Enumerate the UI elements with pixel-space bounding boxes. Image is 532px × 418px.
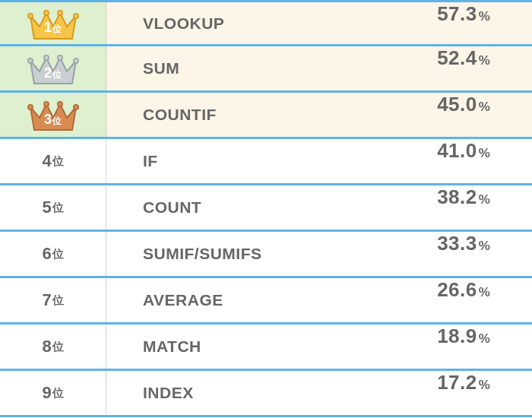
rank-suffix: 位 bbox=[52, 154, 64, 169]
rank-badge-label: 1 位 bbox=[44, 20, 62, 36]
rank-cell: 6 位 bbox=[0, 232, 106, 276]
svg-point-0 bbox=[27, 13, 32, 17]
svg-point-5 bbox=[43, 55, 48, 60]
percent-suffix: % bbox=[479, 239, 490, 254]
rank-suffix: 位 bbox=[52, 115, 62, 128]
percent-suffix: % bbox=[479, 285, 490, 300]
crown-icon: 2 位 bbox=[26, 50, 81, 87]
percent-value: 38.2 bbox=[437, 185, 477, 209]
rank-number: 6 bbox=[42, 244, 51, 264]
rank-suffix: 位 bbox=[52, 68, 62, 81]
rank-cell: 1 位 bbox=[0, 2, 106, 44]
function-name: SUM bbox=[106, 46, 403, 90]
svg-point-11 bbox=[73, 105, 78, 109]
rank-number: 9 bbox=[42, 383, 51, 403]
function-name: INDEX bbox=[106, 371, 403, 415]
svg-point-10 bbox=[57, 102, 62, 106]
rank-cell: 9 位 bbox=[0, 371, 106, 415]
function-name: MATCH bbox=[106, 325, 403, 369]
svg-point-3 bbox=[73, 13, 78, 17]
rank-suffix: 位 bbox=[52, 386, 64, 401]
table-row: 4 位IF 41.0 % bbox=[0, 139, 532, 185]
percent-cell: 33.3 % bbox=[403, 232, 532, 276]
rank-suffix: 位 bbox=[52, 293, 64, 308]
percent-suffix: % bbox=[479, 378, 490, 393]
crown-icon: 3 位 bbox=[26, 97, 81, 133]
table-row: 6 位SUMIF/SUMIFS 33.3 % bbox=[0, 232, 532, 278]
table-row: 3 位 COUNTIF 45.0 % bbox=[0, 93, 532, 139]
rank-number: 8 bbox=[42, 337, 51, 356]
percent-cell: 26.6 % bbox=[403, 278, 532, 322]
percent-cell: 18.9 % bbox=[403, 325, 532, 369]
percent-cell: 52.4 % bbox=[403, 46, 532, 90]
rank-number: 5 bbox=[42, 198, 51, 217]
percent-cell: 41.0 % bbox=[403, 139, 532, 183]
percent-cell: 45.0 % bbox=[403, 93, 532, 137]
table-row: 2 位 SUM 52.4 % bbox=[0, 46, 532, 93]
rank-cell: 4 位 bbox=[0, 139, 106, 183]
function-name: AVERAGE bbox=[106, 278, 403, 322]
rank-cell: 5 位 bbox=[0, 185, 106, 230]
rank-cell: 8 位 bbox=[0, 325, 106, 369]
svg-point-4 bbox=[27, 59, 32, 63]
rank-number: 7 bbox=[42, 290, 51, 310]
ranking-table: 1 位 VLOOKUP 57.3 % 2 位 SUM 52.4 % bbox=[0, 0, 532, 417]
rank-suffix: 位 bbox=[52, 23, 62, 36]
percent-cell: 57.3 % bbox=[403, 2, 532, 44]
rank-suffix: 位 bbox=[52, 340, 64, 354]
rank-number: 3 bbox=[44, 112, 52, 128]
rank-suffix: 位 bbox=[52, 247, 64, 261]
percent-suffix: % bbox=[479, 192, 490, 207]
percent-suffix: % bbox=[479, 146, 490, 161]
percent-cell: 17.2 % bbox=[403, 371, 532, 415]
svg-point-8 bbox=[27, 105, 32, 109]
table-row: 7 位AVERAGE 26.6 % bbox=[0, 278, 532, 325]
percent-value: 33.3 bbox=[437, 232, 477, 255]
svg-point-2 bbox=[57, 10, 62, 14]
rank-cell: 3 位 bbox=[0, 93, 106, 137]
table-row: 1 位 VLOOKUP 57.3 % bbox=[0, 0, 532, 46]
percent-value: 41.0 bbox=[437, 139, 477, 163]
percent-value: 26.6 bbox=[437, 278, 477, 302]
function-name: COUNTIF bbox=[106, 93, 403, 137]
rank-badge-label: 2 位 bbox=[44, 65, 62, 81]
percent-value: 18.9 bbox=[437, 325, 477, 348]
percent-value: 57.3 bbox=[437, 2, 477, 26]
rank-number: 2 bbox=[44, 65, 52, 81]
percent-value: 17.2 bbox=[437, 371, 477, 394]
percent-suffix: % bbox=[479, 9, 490, 24]
rank-number: 1 bbox=[44, 20, 52, 36]
table-row: 9 位INDEX 17.2 % bbox=[0, 371, 532, 417]
rank-badge-label: 3 位 bbox=[44, 112, 62, 128]
rank-number: 4 bbox=[42, 151, 51, 171]
percent-suffix: % bbox=[479, 100, 490, 115]
percent-cell: 38.2 % bbox=[403, 185, 532, 230]
function-name: VLOOKUP bbox=[106, 2, 403, 44]
percent-suffix: % bbox=[479, 53, 490, 68]
svg-point-7 bbox=[73, 59, 78, 63]
crown-icon: 1 位 bbox=[26, 5, 81, 42]
rank-cell: 2 位 bbox=[0, 46, 106, 90]
function-name: SUMIF/SUMIFS bbox=[106, 232, 403, 276]
function-name: COUNT bbox=[106, 185, 403, 230]
percent-value: 45.0 bbox=[437, 93, 477, 116]
table-row: 5 位COUNT 38.2 % bbox=[0, 185, 532, 232]
table-row: 8 位MATCH 18.9 % bbox=[0, 325, 532, 371]
rank-cell: 7 位 bbox=[0, 278, 106, 322]
rank-suffix: 位 bbox=[52, 201, 64, 215]
svg-point-6 bbox=[57, 55, 62, 60]
svg-point-9 bbox=[43, 102, 48, 106]
percent-suffix: % bbox=[479, 331, 490, 347]
function-name: IF bbox=[106, 139, 403, 183]
percent-value: 52.4 bbox=[437, 46, 477, 70]
svg-point-1 bbox=[43, 10, 48, 14]
